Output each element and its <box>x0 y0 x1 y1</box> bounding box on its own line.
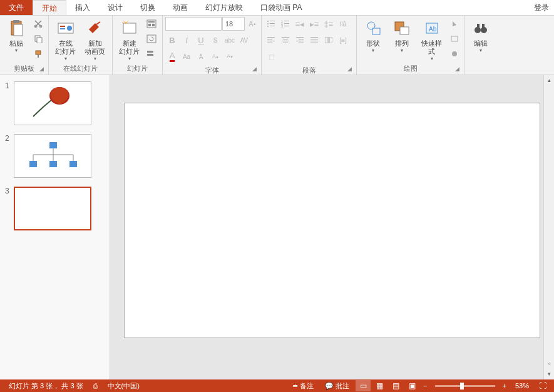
font-launcher[interactable]: ◢ <box>252 66 260 73</box>
main-area: 1 2 3 ▴ ⬦ ▾ <box>0 75 554 379</box>
smartart-button[interactable]: ⬚ <box>264 49 278 63</box>
paste-button[interactable]: 粘贴 ▾ <box>3 17 30 54</box>
align-left-button[interactable] <box>264 33 278 47</box>
svg-rect-54 <box>400 27 409 34</box>
svg-rect-20 <box>147 54 153 56</box>
format-painter-button[interactable] <box>31 47 45 61</box>
slide-canvas[interactable] <box>124 103 540 338</box>
shape-outline-button[interactable] <box>448 32 461 46</box>
svg-rect-1 <box>13 20 19 23</box>
section-button[interactable] <box>145 47 158 61</box>
svg-rect-34 <box>267 39 272 39</box>
quickstyle-button[interactable]: Ab 快速样式 ▾ <box>417 17 446 63</box>
grow-font-button[interactable]: A▴ <box>245 17 259 31</box>
online-slide-icon <box>56 18 76 38</box>
online-slide-button[interactable]: 在线 幻灯片 ▾ <box>51 17 80 63</box>
paste-label: 粘贴 <box>9 39 23 48</box>
tab-transition[interactable]: 切换 <box>131 0 164 15</box>
font-size-input[interactable] <box>222 17 245 31</box>
tab-animation[interactable]: 动画 <box>164 0 197 15</box>
find-button[interactable]: 编辑 ▾ <box>467 17 495 54</box>
underline-button[interactable]: U <box>194 33 208 47</box>
shape-effects-button[interactable] <box>448 47 461 61</box>
svg-rect-61 <box>477 24 480 29</box>
scroll-down-icon[interactable]: ▾ <box>544 369 554 379</box>
new-slide-button[interactable]: 新建 幻灯片 ▾ <box>115 17 143 63</box>
shapes-button[interactable]: 形状 ▾ <box>359 17 387 54</box>
svg-rect-38 <box>283 39 288 39</box>
font-color-button[interactable]: A <box>165 49 179 63</box>
reading-view-button[interactable]: ▤ <box>388 380 403 391</box>
clipboard-launcher[interactable]: ◢ <box>39 66 47 73</box>
tab-slideshow[interactable]: 幻灯片放映 <box>197 0 252 15</box>
normal-view-button[interactable]: ▭ <box>356 380 371 391</box>
arrange-button[interactable]: 排列 ▾ <box>388 17 416 54</box>
tab-home[interactable]: 开始 <box>33 0 66 15</box>
slide-counter[interactable]: 幻灯片 第 3 张， 共 3 张 <box>4 381 88 391</box>
cut-button[interactable] <box>31 17 45 31</box>
vertical-scrollbar[interactable]: ▴ ⬦ ▾ <box>543 75 554 379</box>
new-anim-button[interactable]: 新加 动画页 ▾ <box>81 17 109 63</box>
svg-text:3: 3 <box>281 24 283 28</box>
shrink-button[interactable]: A▾ <box>223 49 237 63</box>
indent-dec-button[interactable]: ≡◂ <box>293 17 307 31</box>
bold-button[interactable]: B <box>165 33 179 47</box>
slideshow-view-button[interactable]: ▣ <box>404 380 419 391</box>
tab-pocket[interactable]: 口袋动画 PA <box>252 0 310 15</box>
scroll-track[interactable] <box>544 86 554 357</box>
comments-button[interactable]: 💬 批注 <box>320 381 354 391</box>
zoom-level[interactable]: 53% <box>510 382 534 389</box>
fit-button[interactable]: ⛶ <box>535 380 550 391</box>
zoom-out-button[interactable]: − <box>421 382 429 389</box>
reset-button[interactable] <box>145 32 158 46</box>
tab-design[interactable]: 设计 <box>99 0 131 15</box>
align-text-button[interactable]: [≡] <box>336 33 350 47</box>
svg-rect-2 <box>14 24 23 36</box>
strike-button[interactable]: S <box>208 33 222 47</box>
svg-rect-15 <box>148 21 155 23</box>
layout-button[interactable] <box>145 17 158 31</box>
paragraph-launcher[interactable]: ◢ <box>347 66 355 73</box>
zoom-slider[interactable] <box>435 385 495 387</box>
zoom-in-button[interactable]: + <box>500 382 509 389</box>
slide-thumb-3[interactable] <box>14 187 91 230</box>
grow-button[interactable]: A▴ <box>208 49 222 63</box>
italic-button[interactable]: I <box>180 33 193 47</box>
justify-button[interactable] <box>307 33 321 47</box>
font-name-input[interactable] <box>165 17 222 31</box>
notes-button[interactable]: ≐ 备注 <box>287 381 319 391</box>
numbering-button[interactable]: 123 <box>279 17 292 31</box>
copy-button[interactable] <box>31 32 45 46</box>
bullets-button[interactable] <box>264 17 278 31</box>
sorter-view-button[interactable]: ▦ <box>372 380 387 391</box>
tab-insert[interactable]: 插入 <box>66 0 99 15</box>
slide-thumb-1[interactable] <box>14 81 91 125</box>
shadow-button[interactable]: abc <box>223 33 237 47</box>
prev-slide-icon[interactable]: ⬦ <box>544 358 554 369</box>
tab-file[interactable]: 文件 <box>0 0 33 15</box>
login-link[interactable]: 登录 <box>529 0 554 15</box>
columns-button[interactable] <box>322 33 336 47</box>
line-spacing-button[interactable]: ‡≡ <box>322 17 336 31</box>
svg-rect-16 <box>148 24 151 26</box>
shape-fill-button[interactable] <box>448 17 461 31</box>
chevron-down-icon: ▾ <box>372 48 374 53</box>
text-direction-button[interactable]: llâ <box>336 17 350 31</box>
align-center-button[interactable] <box>279 33 292 47</box>
spellcheck-icon[interactable]: ⎙ <box>88 382 103 389</box>
spacing-button[interactable]: AV <box>237 33 251 47</box>
shapes-label: 形状 <box>366 39 380 48</box>
language-indicator[interactable]: 中文(中国) <box>103 381 145 391</box>
clear-format-button[interactable]: A <box>194 49 208 63</box>
drawing-launcher[interactable]: ◢ <box>455 66 463 73</box>
chevron-down-icon: ▾ <box>480 48 482 53</box>
indent-inc-button[interactable]: ▸≡ <box>307 17 321 31</box>
drawing-label: 绘图 <box>359 63 461 75</box>
scroll-up-icon[interactable]: ▴ <box>544 75 554 86</box>
zoom-thumb[interactable] <box>460 383 464 389</box>
svg-rect-6 <box>37 38 42 43</box>
align-right-button[interactable] <box>293 33 307 47</box>
slide-thumb-2[interactable] <box>14 134 91 178</box>
change-case-button[interactable]: Aa <box>180 49 193 63</box>
svg-rect-40 <box>283 43 288 43</box>
